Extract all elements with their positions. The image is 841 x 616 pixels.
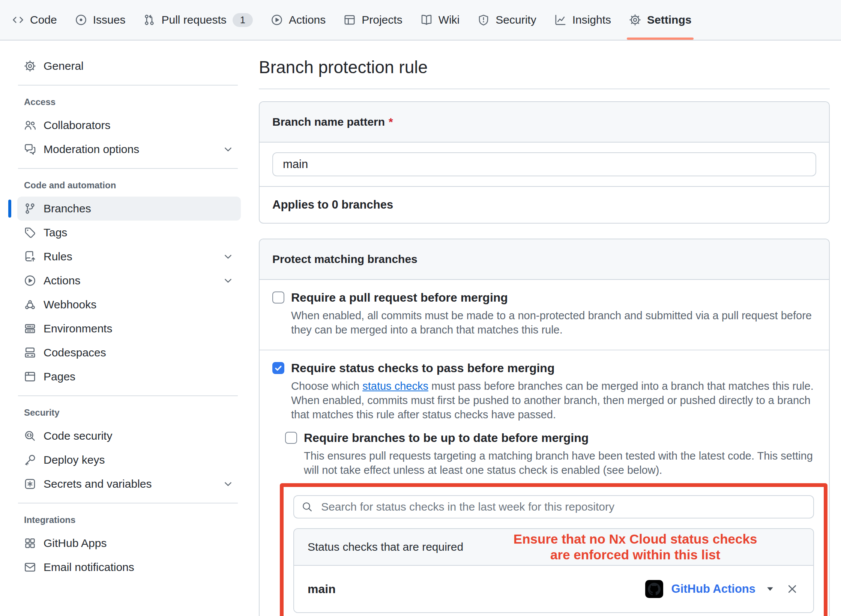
- remove-status-check-button[interactable]: [785, 581, 800, 596]
- people-icon: [24, 119, 36, 131]
- book-icon: [420, 14, 433, 26]
- tab-wiki[interactable]: Wiki: [413, 0, 467, 40]
- sidebar-item-secrets-and-variables[interactable]: Secrets and variables: [17, 472, 241, 496]
- tab-issues[interactable]: Issues: [68, 0, 133, 40]
- branch-name-pattern-input[interactable]: [272, 152, 816, 176]
- apps-grid-icon: [24, 537, 36, 549]
- close-icon: [786, 583, 798, 595]
- option-label: Require a pull request before merging: [291, 290, 816, 305]
- table-icon: [344, 14, 356, 26]
- play-icon: [24, 275, 36, 287]
- require-up-to-date-option: Require branches to be up to date before…: [285, 430, 816, 477]
- option-description: Choose which status checks must pass bef…: [291, 379, 816, 422]
- tab-label: Projects: [362, 14, 402, 26]
- repo-tab-bar: Code Issues Pull requests 1 Actions Proj…: [0, 0, 841, 41]
- require-status-checks-checkbox[interactable]: [272, 362, 284, 374]
- git-pull-request-icon: [143, 14, 155, 26]
- tab-insights[interactable]: Insights: [547, 0, 619, 40]
- github-actions-app-link[interactable]: GitHub Actions: [671, 582, 755, 596]
- sidebar-divider: [18, 395, 238, 396]
- status-checks-search: [293, 495, 814, 518]
- sidebar-section-integrations: Integrations: [24, 515, 234, 525]
- tab-pull-requests[interactable]: Pull requests 1: [136, 0, 260, 40]
- chevron-down-icon: [222, 143, 234, 155]
- sidebar-item-label: Moderation options: [44, 143, 139, 156]
- sidebar-item-label: Rules: [44, 250, 72, 263]
- tab-label: Insights: [572, 14, 611, 26]
- sidebar-item-actions[interactable]: Actions: [17, 269, 241, 293]
- option-label: Require status checks to pass before mer…: [291, 360, 816, 376]
- annotation-line-1: Ensure that no Nx Cloud status checks: [471, 531, 800, 547]
- option-description: When enabled, all commits must be made t…: [291, 308, 816, 337]
- issue-opened-icon: [75, 14, 87, 26]
- pull-requests-count-badge: 1: [233, 13, 253, 27]
- sidebar-item-tags[interactable]: Tags: [17, 221, 241, 245]
- branch-name-pattern-label: Branch name pattern: [272, 116, 385, 128]
- tab-label: Issues: [93, 14, 126, 26]
- sidebar-item-label: Secrets and variables: [44, 478, 152, 490]
- sidebar-item-label: Actions: [44, 274, 80, 287]
- tab-label: Code: [30, 14, 57, 26]
- require-up-to-date-checkbox[interactable]: [285, 432, 297, 444]
- sidebar-item-email-notifications[interactable]: Email notifications: [17, 555, 241, 579]
- sidebar-item-general[interactable]: General: [17, 54, 241, 78]
- sidebar-item-branches[interactable]: Branches: [17, 197, 241, 221]
- sidebar-item-codespaces[interactable]: Codespaces: [17, 341, 241, 365]
- sidebar-item-pages[interactable]: Pages: [17, 365, 241, 389]
- sidebar-item-label: Code security: [44, 430, 112, 442]
- sidebar-item-label: Webhooks: [44, 298, 96, 311]
- sidebar-item-deploy-keys[interactable]: Deploy keys: [17, 448, 241, 472]
- applies-to-branches-text: Applies to 0 branches: [260, 186, 829, 223]
- sidebar-divider: [18, 503, 238, 503]
- required-asterisk: *: [389, 116, 393, 128]
- status-check-source-dropdown[interactable]: [764, 583, 776, 595]
- branch-name-pattern-body: [260, 143, 829, 186]
- sidebar-item-label: Tags: [44, 226, 67, 239]
- sidebar-item-moderation-options[interactable]: Moderation options: [17, 137, 241, 161]
- tab-security[interactable]: Security: [470, 0, 544, 40]
- sidebar-item-environments[interactable]: Environments: [17, 317, 241, 341]
- caret-down-icon: [765, 584, 775, 594]
- require-pull-request-checkbox[interactable]: [272, 291, 284, 303]
- comment-discussion-icon: [24, 143, 36, 155]
- sidebar-item-label: GitHub Apps: [44, 537, 107, 550]
- sidebar-divider: [18, 85, 238, 86]
- search-icon: [302, 501, 313, 512]
- status-checks-link[interactable]: status checks: [362, 380, 428, 392]
- protect-matching-branches-header: Protect matching branches: [260, 239, 829, 280]
- sidebar-item-code-security[interactable]: Code security: [17, 424, 241, 448]
- sidebar-item-webhooks[interactable]: Webhooks: [17, 293, 241, 317]
- sidebar-section-security: Security: [24, 407, 234, 418]
- tab-settings[interactable]: Settings: [622, 0, 699, 40]
- branch-name-pattern-card: Branch name pattern* Applies to 0 branch…: [259, 101, 830, 224]
- key-icon: [24, 454, 36, 466]
- protect-matching-branches-card: Protect matching branches Require a pull…: [259, 239, 830, 616]
- sidebar-item-github-apps[interactable]: GitHub Apps: [17, 531, 241, 555]
- sidebar-item-label: Branches: [44, 202, 91, 215]
- tab-label: Settings: [647, 14, 691, 26]
- sidebar-divider: [18, 168, 238, 169]
- sidebar-item-label: Codespaces: [44, 346, 106, 359]
- chevron-down-icon: [222, 251, 234, 263]
- tab-code[interactable]: Code: [5, 0, 65, 40]
- sidebar-item-collaborators[interactable]: Collaborators: [17, 113, 241, 137]
- check-icon: [274, 364, 283, 373]
- status-check-name: main: [308, 582, 336, 596]
- sidebar-section-code-and-automation: Code and automation: [24, 180, 234, 191]
- annotation-text: Ensure that no Nx Cloud status checks ar…: [463, 531, 800, 563]
- git-branch-icon: [24, 203, 36, 215]
- main-content: Branch protection rule Branch name patte…: [248, 41, 841, 616]
- graph-icon: [554, 14, 566, 26]
- server-icon: [24, 323, 36, 335]
- status-checks-search-input[interactable]: [293, 495, 814, 518]
- asterisk-box-icon: [24, 478, 36, 490]
- option-description: This ensures pull requests targeting a m…: [304, 449, 816, 477]
- sidebar-item-rules[interactable]: Rules: [17, 245, 241, 269]
- status-check-row: main GitHub Actions: [294, 566, 813, 612]
- tab-actions[interactable]: Actions: [263, 0, 333, 40]
- webhook-icon: [24, 299, 36, 311]
- gear-icon: [24, 60, 36, 72]
- tab-projects[interactable]: Projects: [336, 0, 410, 40]
- sidebar-item-label: Pages: [44, 370, 75, 383]
- chevron-down-icon: [222, 275, 234, 287]
